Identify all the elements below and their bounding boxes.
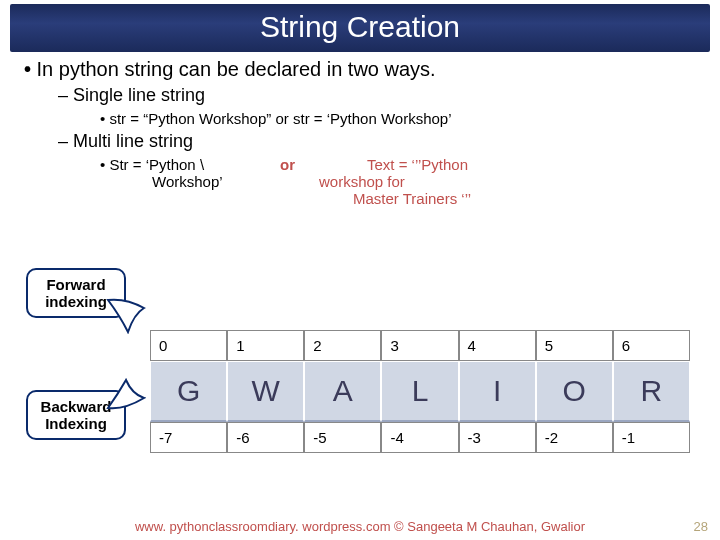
page-number: 28 [694,519,708,534]
table-cell: G [150,361,227,422]
multi-left-line1: • Str = ‘Python \ [100,156,270,173]
table-cell: -5 [304,422,381,453]
slide-title: String Creation [10,4,710,52]
backward-indexing-callout: Backward Indexing [26,390,126,440]
bullet-single-heading: Single line string [58,85,702,106]
table-cell: 2 [304,330,381,361]
table-cell: 1 [227,330,304,361]
multi-right-line1: Text = ‘’’Python [319,156,702,173]
forward-indexing-label: Forward indexing [45,276,107,310]
speech-tail-icon [106,378,146,410]
table-cell: 0 [150,330,227,361]
bullet-main: In python string can be declared in two … [24,58,702,81]
letter-row: G W A L I O R [150,361,690,422]
table-cell: R [613,361,690,422]
multi-line-row: • Str = ‘Python \ Workshop’ or Text = ‘’… [100,156,702,207]
bullet-single-example: str = “Python Workshop” or str = ‘Python… [100,110,702,127]
table-cell: W [227,361,304,422]
table-cell: -4 [381,422,458,453]
table-cell: -6 [227,422,304,453]
table-cell: O [536,361,613,422]
multi-left-line2: Workshop’ [100,173,270,190]
multi-or-label: or [280,156,295,173]
content-area: In python string can be declared in two … [0,58,720,207]
table-cell: -7 [150,422,227,453]
multi-right-block: Text = ‘’’Python workshop for Master Tra… [319,156,702,207]
multi-right-line2: workshop for [319,173,702,190]
backward-index-row: -7 -6 -5 -4 -3 -2 -1 [150,422,690,453]
table-cell: 5 [536,330,613,361]
bullet-multi-heading: Multi line string [58,131,702,152]
indexing-table: 0 1 2 3 4 5 6 G W A L I O R -7 -6 -5 -4 … [150,330,690,453]
table-cell: 6 [613,330,690,361]
table-cell: 3 [381,330,458,361]
table-cell: -3 [459,422,536,453]
table-cell: -2 [536,422,613,453]
table-cell: I [459,361,536,422]
backward-indexing-label: Backward Indexing [41,398,112,432]
speech-tail-icon [106,298,146,334]
forward-index-row: 0 1 2 3 4 5 6 [150,330,690,361]
forward-indexing-callout: Forward indexing [26,268,126,318]
table-cell: -1 [613,422,690,453]
multi-right-line3: Master Trainers ‘’’ [319,190,702,207]
table-cell: L [381,361,458,422]
table-cell: 4 [459,330,536,361]
footer-credit: www. pythonclassroomdiary. wordpress.com… [0,519,720,534]
multi-left-block: • Str = ‘Python \ Workshop’ [100,156,270,190]
table-cell: A [304,361,381,422]
